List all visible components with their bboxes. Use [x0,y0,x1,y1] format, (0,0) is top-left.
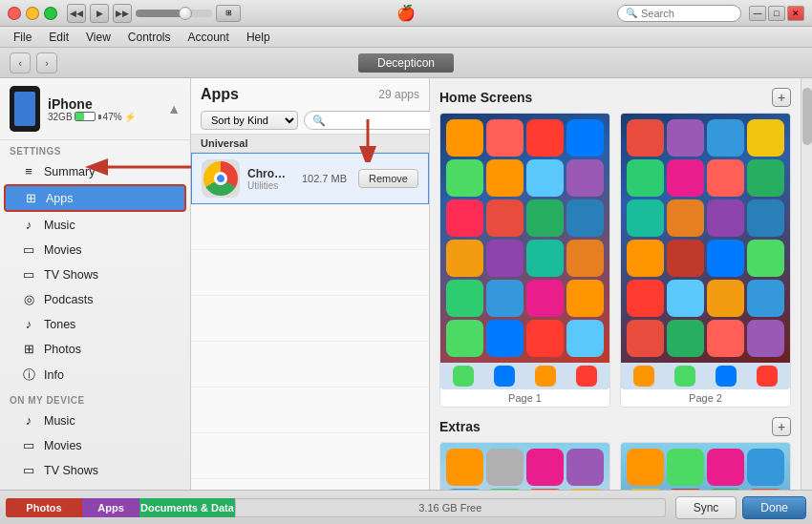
empty-row [191,204,429,250]
empty-row [191,342,429,388]
search-icon: 🔍 [626,8,637,18]
title-bar: ◀◀ ▶ ▶▶ ⊞ 🍎 🔍 — □ ✕ [0,0,812,27]
close-win-button[interactable]: ✕ [787,6,804,21]
menu-help[interactable]: Help [239,29,278,46]
menu-view[interactable]: View [78,29,118,46]
menu-controls[interactable]: Controls [120,29,179,46]
sync-button[interactable]: Sync [675,496,737,519]
nav-bar: ‹ › Decepticon [0,48,812,78]
info-label: Info [44,368,64,382]
device-icon [10,86,40,132]
menu-account[interactable]: Account [181,29,237,46]
sidebar-item-onmovies[interactable]: ▭ Movies [4,433,186,457]
back-button[interactable]: ‹ [10,52,31,73]
minimize-win-button[interactable]: — [749,6,766,21]
search-input[interactable] [641,8,733,19]
summary-icon: ≡ [21,164,36,178]
sidebar-item-summary[interactable]: ≡ Summary [4,159,186,183]
done-button[interactable]: Done [742,496,806,519]
right-panel-inner: Home Screens + [430,78,801,490]
app-list: Chrome - we... Utilities 102.7 MB Remove [191,153,429,490]
bottom-actions: Sync Done [675,496,806,519]
search-bar: 🔍 — □ ✕ [617,5,804,22]
home-screens-header: Home Screens + [439,88,791,107]
device-name: iPhone [48,96,160,112]
remove-button[interactable]: Remove [358,169,418,188]
screen-page1[interactable]: Page 1 [439,113,610,408]
sidebar-item-onmusic[interactable]: ♪ Music [4,409,186,432]
menu-file[interactable]: File [6,29,39,46]
fast-forward-button[interactable]: ▶▶ [113,4,132,23]
rewind-button[interactable]: ◀◀ [67,4,86,23]
sidebar-item-onpodcasts[interactable]: ◎ Podcasts [4,483,186,490]
summary-label: Summary [44,165,95,178]
forward-button[interactable]: › [36,52,57,73]
onpodcasts-label: Podcasts [44,489,93,491]
movies-label: Movies [44,243,82,257]
screens-grid: Page 1 [439,113,791,408]
empty-row [191,479,429,490]
sidebar-item-info[interactable]: ⓘ Info [4,362,186,388]
empty-row [191,296,429,342]
podcasts-icon: ◎ [21,292,36,306]
sort-toolbar: Sort by KindSort by NameSort by Size [191,107,429,134]
menu-edit[interactable]: Edit [41,29,76,46]
sidebar-item-music[interactable]: ♪ Music [4,213,186,237]
add-extras-button[interactable]: + [772,417,791,436]
sidebar-item-movies[interactable]: ▭ Movies [4,238,186,262]
sort-select[interactable]: Sort by KindSort by NameSort by Size [201,111,298,130]
photos-label: Photos [44,343,81,356]
device-model-label: 32GB [48,112,73,122]
app-category: Utilities [247,180,294,191]
volume-slider[interactable] [136,10,212,17]
apps-icon: ⊞ [23,191,38,205]
device-label-badge: Decepticon [358,53,454,73]
close-button[interactable] [8,7,21,20]
onmovies-icon: ▭ [21,438,36,452]
onmovies-label: Movies [44,439,82,452]
movies-icon: ▭ [21,242,36,257]
storage-docs-segment: Documents & Data [139,498,235,517]
podcasts-label: Podcasts [44,293,93,306]
sidebar-item-photos[interactable]: ⊞ Photos [4,337,186,361]
apps-label: Apps [46,192,74,205]
charging-icon: ⚡ [124,112,136,122]
onpodcasts-icon: ◎ [21,488,36,490]
maximize-button[interactable] [44,7,57,20]
extras-page2[interactable] [620,442,791,490]
search-input-wrap: 🔍 [617,5,741,22]
onmusic-icon: ♪ [21,413,36,428]
minimize-button[interactable] [26,7,39,20]
window-buttons: — □ ✕ [749,6,804,21]
sidebar-item-tvshows[interactable]: ▭ TV Shows [4,262,186,286]
battery-percent: 47% [103,112,122,122]
device-screen [14,92,35,126]
app-size: 102.7 MB [302,173,347,184]
apps-count: 29 apps [378,88,419,101]
restore-win-button[interactable]: □ [768,6,785,21]
scrollbar-thumb[interactable] [802,88,812,145]
storage-apps-segment: Apps [82,498,139,517]
screen-button[interactable]: ⊞ [216,5,241,22]
panel-title: Apps [201,86,239,103]
app-name: Chrome - we... [247,167,294,180]
ontwshows-label: TV Shows [44,464,98,477]
add-screen-button[interactable]: + [772,88,791,107]
music-icon: ♪ [21,218,36,232]
list-item[interactable]: Chrome - we... Utilities 102.7 MB Remove [191,153,429,204]
sidebar-item-ontwshows[interactable]: ▭ TV Shows [4,458,186,482]
tvshows-label: TV Shows [44,268,98,282]
scrollbar-track [801,78,812,490]
info-icon: ⓘ [21,367,36,384]
screen-page2[interactable]: Page 2 [620,113,791,408]
sidebar-item-apps[interactable]: ⊞ Apps [4,184,186,212]
extras-label: Extras [439,419,481,434]
scroll-up-icon[interactable]: ▲ [167,101,181,116]
extras-grid [439,442,791,490]
playback-controls: ◀◀ ▶ ▶▶ ⊞ [67,4,241,23]
extras-page1[interactable] [439,442,610,490]
sidebar-item-podcasts[interactable]: ◎ Podcasts [4,287,186,311]
play-button[interactable]: ▶ [90,4,109,23]
sidebar-item-tones[interactable]: ♪ Tones [4,312,186,336]
apple-logo-icon: 🍎 [396,4,416,22]
